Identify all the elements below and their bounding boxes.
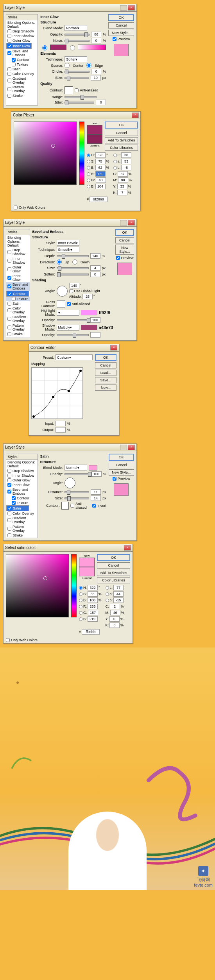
bb-radio[interactable] [87,185,90,188]
sn2[interactable]: Satin [6,301,30,306]
jitter-slider[interactable] [64,102,94,104]
style-color-overlay[interactable]: Color Overlay [6,72,38,76]
globallight-check[interactable] [69,289,73,293]
l-radio[interactable] [113,154,117,157]
a-input[interactable]: 53 [121,159,131,164]
bevel-size-input[interactable]: 4 [90,265,100,271]
p2-s[interactable]: 38 [88,591,98,597]
p2-b[interactable]: 100 [88,597,98,603]
dir-up-radio[interactable] [57,259,62,265]
lb-input[interactable]: -8 [121,165,131,170]
color-preview[interactable] [87,125,102,144]
ok3[interactable]: OK [109,454,134,461]
soften-slider[interactable] [57,274,89,275]
dir-down-radio[interactable] [72,259,77,265]
choke-input[interactable]: 0 [91,69,101,74]
ct2[interactable]: Contour [6,291,29,297]
m-input[interactable]: 98 [118,177,128,183]
coloroverlay-check[interactable] [7,72,11,76]
satin-dist-input[interactable]: 11 [91,489,101,495]
p2-close[interactable]: × [124,545,131,551]
minimize-button[interactable] [120,5,127,11]
inner-glow-check[interactable] [8,44,12,48]
glow-gradient[interactable] [78,45,106,50]
pattoverlay-check[interactable] [7,87,11,91]
satin-size-input[interactable]: 14 [91,495,101,501]
hue-slider[interactable] [79,122,84,185]
b2-input[interactable]: 104 [95,184,106,189]
p2-l[interactable]: 77 [113,585,124,590]
gradoverlay-check[interactable] [7,79,11,82]
opacity-slider[interactable] [64,34,90,36]
ce-load[interactable]: Load... [95,370,116,376]
hl-opacity-input[interactable]: 100 [90,317,100,323]
style-pattern-overlay[interactable]: Pattern Overlay [6,85,38,93]
ig2[interactable]: Inner Glow [6,274,30,282]
satin-invert[interactable] [92,504,96,508]
k-input[interactable]: 7 [117,190,127,195]
contour-thumb[interactable] [64,86,73,94]
newstyle-button[interactable]: New Style... [108,30,134,36]
p2-y[interactable]: 0 [109,616,120,622]
be2[interactable]: Bevel and Emboss [6,282,30,291]
satin-blend-select[interactable]: Normal ▾ [64,465,87,470]
tx2[interactable]: Texture [6,297,30,301]
bevel-check[interactable] [7,51,11,55]
jitter-input[interactable]: 0 [96,100,106,105]
p2-g[interactable]: 157 [88,610,98,615]
bevel-tech-select[interactable]: Smooth ▾ [57,247,79,252]
p2-preview[interactable] [79,558,95,576]
sh-opacity-slider[interactable] [57,334,89,336]
angle-input[interactable]: 140 [69,283,79,288]
satin-color-chip[interactable] [89,465,97,470]
l-input[interactable]: 38 [121,152,131,158]
antialiased-check[interactable] [75,88,79,92]
satin-size-slider[interactable] [64,497,90,499]
ce-close[interactable]: × [110,345,117,351]
style-gradient-overlay[interactable]: Gradient Overlay [6,76,38,85]
pv2[interactable] [116,256,120,260]
p2-b2[interactable]: 219 [88,616,98,622]
texture-check[interactable] [12,63,16,66]
min2[interactable] [120,220,127,225]
ce-cancel[interactable]: Cancel [95,362,116,368]
close2[interactable]: × [128,220,135,225]
gloss-contour[interactable] [57,300,65,308]
drop-shadow-check[interactable] [7,29,11,33]
c-input[interactable]: 37 [118,171,128,177]
is2[interactable]: Inner Shadow [6,256,30,265]
p2-add[interactable]: Add To Swatches [97,570,130,576]
satin-aa[interactable] [70,504,74,508]
p2-c[interactable]: 2 [110,604,120,609]
outer-glow-check[interactable] [7,39,11,43]
hue2[interactable] [71,554,77,617]
shmode-select[interactable]: Multiply ▾ [57,325,79,331]
satin-row[interactable]: Satin [6,505,29,511]
co2[interactable]: Color Overlay [6,306,30,315]
satin-contour[interactable] [61,502,69,510]
satin-opacity-input[interactable]: 100 [91,471,102,477]
bevel-size-slider[interactable] [57,267,89,269]
po2[interactable]: Pattern Overlay [6,323,30,332]
p2-cancel[interactable]: Cancel [97,562,130,569]
p2-lb[interactable]: -15 [113,597,124,603]
depth-slider[interactable] [57,255,89,257]
glow-color-radio[interactable] [42,45,47,50]
ns3[interactable]: New Style... [109,469,134,476]
picker-ok[interactable]: OK [105,122,138,129]
ns2[interactable]: New Style... [115,245,134,255]
ce-save[interactable]: Save... [95,377,116,383]
p2-k[interactable]: 0 [109,622,120,628]
p2-ok[interactable]: OK [97,554,130,561]
picker-close[interactable]: × [132,113,139,118]
source-center-radio[interactable] [64,63,70,68]
satin-angle-dial[interactable] [64,477,75,488]
style-contour[interactable]: Contour [6,57,38,62]
hex-input[interactable]: 9f2868 [90,197,108,202]
r-input[interactable]: 159 [95,171,106,177]
s-input[interactable]: 75 [95,159,106,164]
satin-opacity-slider[interactable] [64,473,90,475]
noise-input[interactable]: 0 [91,38,101,43]
style-drop-shadow[interactable]: Drop Shadow [6,29,38,34]
style-bevel-emboss[interactable]: Bevel and Emboss [6,49,38,57]
